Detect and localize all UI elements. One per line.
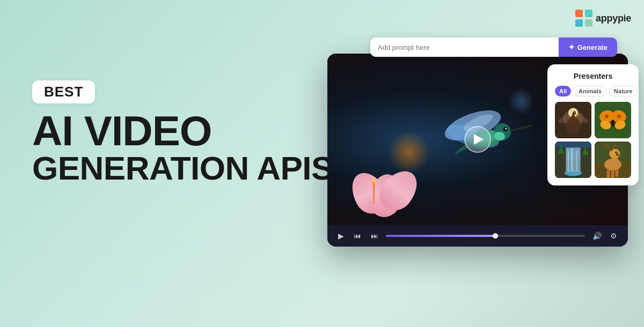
presenters-tabs: All Animals Nature — [555, 86, 631, 96]
svg-point-11 — [506, 128, 507, 130]
player-wrapper: ✦ Generate — [327, 54, 628, 247]
deer-image — [595, 142, 631, 178]
presenter-thumb-eagle[interactable] — [555, 102, 591, 138]
generate-label: Generate — [577, 43, 608, 51]
svg-point-17 — [568, 108, 578, 117]
svg-point-45 — [616, 154, 620, 157]
svg-point-20 — [566, 117, 580, 135]
appypie-logo-icon — [575, 10, 592, 27]
svg-point-38 — [565, 170, 582, 176]
eagle-image — [555, 102, 591, 138]
right-controls: 🔊 ⚙ — [590, 231, 619, 241]
tab-animals[interactable]: Animals — [574, 86, 606, 96]
controls-bar: ▶ ⏮ ⏭ 🔊 ⚙ — [327, 225, 628, 247]
volume-control[interactable]: 🔊 — [590, 231, 604, 241]
play-icon — [474, 134, 484, 145]
hero-text-area: BEST AI VIDEO GENERATION APIS — [32, 80, 333, 185]
presenter-thumb-butterfly[interactable] — [595, 102, 631, 138]
presenters-panel: Presenters All Animals Nature — [547, 64, 639, 185]
settings-control[interactable]: ⚙ — [608, 231, 619, 241]
prompt-input[interactable] — [370, 38, 559, 57]
svg-point-29 — [617, 115, 621, 118]
presenter-thumb-deer[interactable] — [595, 142, 631, 178]
progress-bar[interactable] — [386, 235, 585, 237]
svg-rect-2 — [575, 19, 583, 27]
skip-back-control[interactable]: ⏮ — [352, 231, 363, 241]
logo-text: appypie — [596, 13, 631, 24]
presenter-thumb-waterfall[interactable] — [555, 142, 591, 178]
play-control[interactable]: ▶ — [336, 231, 346, 241]
svg-rect-50 — [616, 169, 619, 177]
logo-area: appypie — [575, 10, 631, 27]
svg-point-47 — [616, 152, 617, 153]
svg-line-9 — [511, 125, 532, 131]
svg-rect-48 — [607, 169, 610, 178]
progress-thumb — [493, 233, 498, 239]
svg-rect-49 — [611, 169, 614, 178]
svg-rect-3 — [585, 19, 592, 27]
skip-forward-control[interactable]: ⏭ — [369, 231, 380, 241]
prompt-bar: ✦ Generate — [370, 38, 617, 57]
sparkle-icon: ✦ — [568, 43, 575, 51]
svg-rect-1 — [585, 10, 592, 17]
flower-stamen — [372, 179, 375, 204]
presenter-grid — [555, 102, 631, 178]
tab-nature[interactable]: Nature — [609, 86, 638, 96]
tab-all[interactable]: All — [555, 86, 571, 96]
generate-button[interactable]: ✦ Generate — [559, 38, 617, 57]
presenters-title: Presenters — [555, 72, 631, 80]
waterfall-image — [555, 142, 591, 178]
title-line2: GENERATION APIS — [32, 152, 333, 185]
butterfly-image — [595, 102, 631, 138]
stamen-stem — [373, 182, 375, 204]
play-button[interactable] — [464, 126, 491, 153]
svg-point-28 — [605, 115, 609, 118]
svg-rect-0 — [575, 10, 583, 17]
arrow-pointer — [598, 51, 606, 57]
main-title: AI VIDEO GENERATION APIS — [32, 110, 333, 185]
best-badge: BEST — [32, 80, 95, 103]
title-line1: AI VIDEO — [32, 107, 211, 154]
progress-fill — [386, 235, 495, 237]
svg-point-19 — [574, 112, 575, 113]
